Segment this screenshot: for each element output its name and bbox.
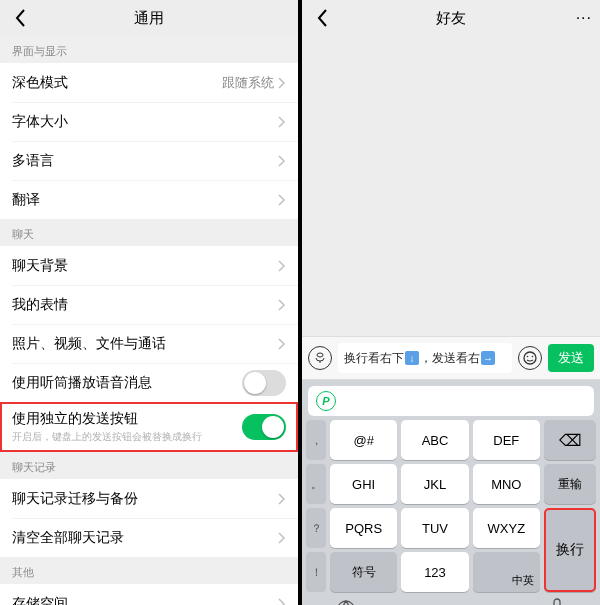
row-media[interactable]: 照片、视频、文件与通话 <box>0 324 298 363</box>
key-lang-switch[interactable]: 中英 <box>473 552 540 592</box>
section-header-chat: 聊天 <box>0 219 298 246</box>
row-dark-mode[interactable]: 深色模式 跟随系统 <box>0 63 298 102</box>
chevron-right-icon <box>278 338 286 350</box>
row-label: 聊天背景 <box>12 257 278 275</box>
key-question[interactable]: ？ <box>306 508 326 548</box>
chevron-right-icon <box>278 116 286 128</box>
key-at[interactable]: @# <box>330 420 397 460</box>
key-pqrs[interactable]: PQRS <box>330 508 397 548</box>
key-comma[interactable]: ， <box>306 420 326 460</box>
nav-bar: 通用 <box>0 0 298 36</box>
key-jkl[interactable]: JKL <box>401 464 468 504</box>
section-header-history: 聊天记录 <box>0 452 298 479</box>
voice-input-icon[interactable] <box>308 346 332 370</box>
svg-rect-4 <box>554 599 560 605</box>
section-header-other: 其他 <box>0 557 298 584</box>
key-symbols[interactable]: 符号 <box>330 552 397 592</box>
row-label: 使用独立的发送按钮 <box>12 410 242 428</box>
key-wxyz[interactable]: WXYZ <box>473 508 540 548</box>
svg-point-1 <box>527 356 529 358</box>
row-earpiece: 使用听筒播放语音消息 <box>0 363 298 402</box>
row-subtitle: 开启后，键盘上的发送按钮会被替换成换行 <box>12 430 242 444</box>
back-button[interactable] <box>310 6 334 30</box>
row-font-size[interactable]: 字体大小 <box>0 102 298 141</box>
row-label: 清空全部聊天记录 <box>12 529 278 547</box>
section-header-ui: 界面与显示 <box>0 36 298 63</box>
toggle-earpiece[interactable] <box>242 370 286 396</box>
send-button[interactable]: 发送 <box>548 344 594 372</box>
chat-screen: 好友 ··· 换行看右下 ↓ ，发送看右 → 发送 P <box>302 0 600 605</box>
row-value: 跟随系统 <box>222 74 274 92</box>
input-bar: 换行看右下 ↓ ，发送看右 → 发送 <box>302 336 600 380</box>
key-reinput[interactable]: 重输 <box>544 464 596 504</box>
settings-screen: 通用 界面与显示 深色模式 跟随系统 字体大小 多语言 翻译 聊天 聊天背景 我… <box>0 0 298 605</box>
page-title: 好友 <box>436 9 466 28</box>
emoji-icon[interactable] <box>518 346 542 370</box>
nav-bar: 好友 ··· <box>302 0 600 36</box>
svg-point-2 <box>532 356 534 358</box>
chevron-right-icon <box>278 493 286 505</box>
row-label: 多语言 <box>12 152 278 170</box>
row-send-button-highlighted: 使用独立的发送按钮 开启后，键盘上的发送按钮会被替换成换行 <box>0 402 298 452</box>
key-exclaim[interactable]: ！ <box>306 552 326 592</box>
chevron-right-icon <box>278 299 286 311</box>
keyboard-main: @# ABC DEF GHI JKL MNO PQRS TUV WXYZ <box>330 420 540 592</box>
keyboard: P ， 。 ？ ！ @# ABC DEF GHI J <box>302 380 600 605</box>
row-label: 翻译 <box>12 191 278 209</box>
row-chat-bg[interactable]: 聊天背景 <box>0 246 298 285</box>
chevron-right-icon <box>278 260 286 272</box>
row-label: 我的表情 <box>12 296 278 314</box>
key-def[interactable]: DEF <box>473 420 540 460</box>
row-label: 照片、视频、文件与通话 <box>12 335 278 353</box>
row-label: 聊天记录迁移与备份 <box>12 490 278 508</box>
row-storage[interactable]: 存储空间 <box>0 584 298 605</box>
row-stickers[interactable]: 我的表情 <box>0 285 298 324</box>
chat-message-area[interactable] <box>302 36 600 336</box>
message-input[interactable]: 换行看右下 ↓ ，发送看右 → <box>338 343 512 373</box>
row-translate[interactable]: 翻译 <box>0 180 298 219</box>
chevron-right-icon <box>278 77 286 89</box>
key-abc[interactable]: ABC <box>401 420 468 460</box>
row-label: 存储空间 <box>12 595 278 606</box>
key-tuv[interactable]: TUV <box>401 508 468 548</box>
chevron-left-icon <box>15 9 26 27</box>
row-label: 深色模式 <box>12 74 222 92</box>
paste-bar[interactable]: P <box>308 386 594 416</box>
mic-icon[interactable] <box>548 598 566 605</box>
row-label: 使用听筒播放语音消息 <box>12 374 242 392</box>
paste-icon: P <box>316 391 336 411</box>
back-button[interactable] <box>8 6 32 30</box>
row-clear-history[interactable]: 清空全部聊天记录 <box>0 518 298 557</box>
arrow-right-emoji: → <box>481 351 495 365</box>
key-newline-highlighted[interactable]: 换行 <box>544 508 596 592</box>
msg-text-2: ，发送看右 <box>420 350 480 367</box>
key-123[interactable]: 123 <box>401 552 468 592</box>
toggle-send-button[interactable] <box>242 414 286 440</box>
page-title: 通用 <box>134 9 164 28</box>
row-migrate[interactable]: 聊天记录迁移与备份 <box>0 479 298 518</box>
key-delete[interactable]: ⌫ <box>544 420 596 460</box>
chevron-left-icon <box>317 9 328 27</box>
key-mno[interactable]: MNO <box>473 464 540 504</box>
arrow-down-emoji: ↓ <box>405 351 419 365</box>
row-multilang[interactable]: 多语言 <box>0 141 298 180</box>
chevron-right-icon <box>278 598 286 606</box>
svg-point-0 <box>524 352 536 364</box>
row-label: 字体大小 <box>12 113 278 131</box>
chevron-right-icon <box>278 532 286 544</box>
keyboard-left-column: ， 。 ？ ！ <box>306 420 326 592</box>
keyboard-right-column: ⌫ 重输 换行 <box>544 420 596 592</box>
key-period[interactable]: 。 <box>306 464 326 504</box>
chevron-right-icon <box>278 155 286 167</box>
keyboard-bottom-bar <box>306 592 596 605</box>
msg-text-1: 换行看右下 <box>344 350 404 367</box>
chevron-right-icon <box>278 194 286 206</box>
globe-icon[interactable] <box>336 599 356 605</box>
key-ghi[interactable]: GHI <box>330 464 397 504</box>
more-button[interactable]: ··· <box>576 9 592 27</box>
